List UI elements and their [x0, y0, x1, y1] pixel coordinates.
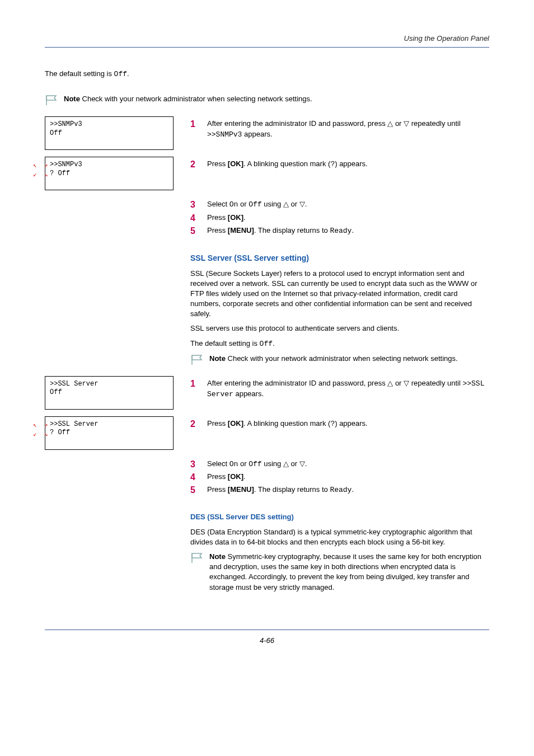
des-section: DES (SSL Server DES setting) DES (Data E…: [190, 504, 489, 595]
menu-key: [MENU]: [228, 485, 254, 494]
ssl-step-3-text: Select On or Off using △ or ▽.: [207, 459, 489, 469]
ssl-step2-row: >>SSL Server ? Off ↖ ↗ ↙ ↘ 2 Press [OK].…: [45, 416, 489, 450]
header-title: Using the Operation Panel: [404, 34, 489, 43]
ssl-step-5-text: Press [MENU]. The display returns to Rea…: [207, 485, 489, 495]
ok-key: [OK]: [228, 419, 243, 428]
ssl-heading: SSL Server (SSL Server setting): [190, 253, 489, 264]
note-label: Note: [209, 354, 226, 363]
step-number: 5: [190, 485, 198, 495]
triangle-down-icon: ▽: [404, 119, 409, 128]
ssl-step1-row: >>SSL Server Off 1 After entering the ad…: [45, 376, 489, 410]
note-text: Check with your network administrator wh…: [82, 95, 312, 103]
steps-3-5: 3 Select On or Off using △ or ▽. 4 Press…: [190, 197, 489, 238]
step-1-text: After entering the administrator ID and …: [207, 119, 489, 139]
ok-key: [OK]: [228, 472, 243, 481]
step-4-text: Press [OK].: [207, 213, 489, 223]
triangle-down-icon: ▽: [299, 200, 305, 208]
ssl-default: The default setting is Off.: [190, 339, 489, 349]
ssl-section: SSL Server (SSL Server setting) SSL (Sec…: [190, 245, 489, 369]
step-number: 5: [190, 226, 198, 236]
triangle-up-icon: △: [387, 119, 393, 128]
step-number: 4: [190, 472, 198, 482]
ssl-steps-3-5: 3 Select On or Off using △ or ▽. 4 Press…: [190, 457, 489, 498]
step-number: 3: [190, 459, 198, 469]
triangle-up-icon: △: [387, 379, 393, 387]
note-label: Note: [209, 552, 226, 561]
triangle-down-icon: ▽: [299, 459, 305, 468]
ssl-para2: SSL servers use this protocol to authent…: [190, 323, 489, 334]
step2-row: >>SNMPv3 ? Off ↖ ↗ ↙ ↘ 2 Press [OK]. A b…: [45, 157, 489, 190]
step-number: 1: [190, 119, 198, 139]
page-content: The default setting is Off. Note Check w…: [45, 64, 489, 596]
blink-indicator-icon: ↙ ↘: [33, 172, 48, 178]
ssl-step-4-text: Press [OK].: [207, 472, 489, 482]
des-heading: DES (SSL Server DES setting): [190, 512, 489, 522]
note-icon: [190, 354, 205, 366]
note-text: Check with your network administrator wh…: [228, 354, 458, 363]
blink-indicator-icon: ↙ ↘: [33, 431, 48, 438]
page-number: 4-66: [260, 636, 274, 645]
note-icon: [190, 552, 205, 564]
page-header: Using the Operation Panel: [45, 34, 489, 48]
step-5-text: Press [MENU]. The display returns to Rea…: [207, 226, 489, 236]
note-icon: [45, 94, 59, 106]
ssl-step-2-text: Press [OK]. A blinking question mark (?)…: [207, 419, 489, 429]
step-number: 3: [190, 199, 198, 210]
note-network-2: Note Check with your network administrat…: [190, 354, 489, 366]
triangle-up-icon: △: [283, 459, 289, 468]
triangle-down-icon: ▽: [404, 379, 409, 387]
note-symmetric: Note Symmetric-key cryptography, because…: [190, 552, 489, 593]
ok-key: [OK]: [228, 159, 243, 168]
step-number: 1: [190, 378, 198, 400]
step-number: 4: [190, 213, 198, 223]
note-text: Symmetric-key cryptography, because it u…: [209, 552, 481, 591]
step1-row: >>SNMPv3 Off 1 After entering the admini…: [45, 116, 489, 150]
page-footer: 4-66: [45, 630, 489, 646]
intro-default: The default setting is Off.: [45, 69, 489, 79]
step-number: 2: [190, 159, 198, 170]
ssl-para1: SSL (Secure Sockets Layer) refers to a p…: [190, 269, 489, 320]
note-label: Note: [64, 95, 80, 103]
note-network-1: Note Check with your network administrat…: [45, 94, 489, 106]
ok-key: [OK]: [228, 213, 243, 222]
lcd-ssl-q: >>SSL Server ? Off ↖ ↗ ↙ ↘: [45, 416, 174, 450]
des-para: DES (Data Encryption Standard) is a typi…: [190, 527, 489, 547]
step-number: 2: [190, 419, 198, 429]
blink-indicator-icon: ↖ ↗: [33, 422, 48, 429]
step-3-text: Select On or Off using △ or ▽.: [207, 199, 489, 210]
triangle-up-icon: △: [283, 200, 289, 208]
ssl-step-1-text: After entering the administrator ID and …: [207, 378, 489, 400]
lcd-snmpv3: >>SNMPv3 Off: [45, 116, 174, 150]
blink-indicator-icon: ↖ ↗: [33, 163, 48, 169]
menu-key: [MENU]: [228, 226, 254, 234]
lcd-snmpv3-q: >>SNMPv3 ? Off ↖ ↗ ↙ ↘: [45, 157, 174, 190]
lcd-ssl: >>SSL Server Off: [45, 376, 174, 410]
step-2-text: Press [OK]. A blinking question mark (?)…: [207, 159, 489, 170]
